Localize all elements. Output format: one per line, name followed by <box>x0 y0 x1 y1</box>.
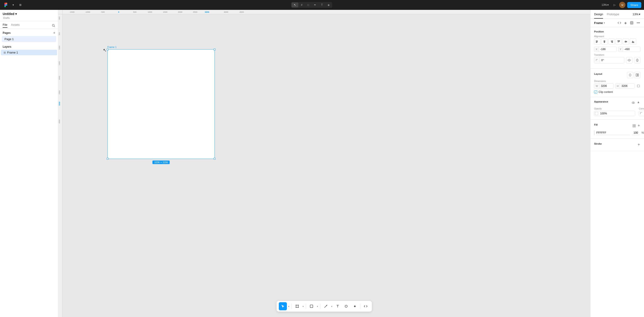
align-center-h-btn[interactable] <box>601 39 608 45</box>
zoom-control[interactable]: 13% ▾ <box>600 3 610 8</box>
menu-button[interactable]: ▾ <box>11 3 16 8</box>
align-right-btn[interactable] <box>608 39 615 45</box>
pen-tool[interactable] <box>322 302 330 310</box>
sidebar-toggle[interactable]: ⊞ <box>18 3 23 8</box>
search-button[interactable] <box>52 24 55 27</box>
angle-icon <box>594 58 600 63</box>
right-tab-actions: 13% ▾ <box>632 13 640 16</box>
canvas-viewport[interactable]: Frame 1 3206 × 3206 ↖ <box>63 14 590 317</box>
select-tool-btn[interactable]: ↖ <box>292 3 298 8</box>
right-zoom-display[interactable]: 13% ▾ <box>632 13 640 16</box>
code-view-btn[interactable] <box>617 21 622 25</box>
mask-btn[interactable] <box>630 21 634 25</box>
more-options-btn[interactable]: ••• <box>636 21 640 25</box>
figma-logo[interactable] <box>3 2 9 8</box>
fill-color-swatch[interactable] <box>594 130 594 135</box>
angle-input[interactable] <box>600 58 624 63</box>
divider-4 <box>360 303 360 309</box>
add-page-button[interactable]: + <box>53 31 55 35</box>
flip-v-btn[interactable] <box>634 57 640 63</box>
zoom-chevron-icon: ▾ <box>607 3 609 7</box>
pen-tool-btn[interactable]: ✒ <box>312 3 318 8</box>
svg-rect-30 <box>625 41 626 43</box>
flip-h-btn[interactable] <box>626 57 632 63</box>
play-button[interactable]: ▷ <box>612 3 617 8</box>
ellipse-tool[interactable] <box>342 302 350 310</box>
shape-tool-btn[interactable]: □ <box>305 3 311 8</box>
position-xy-row: X Y <box>594 47 640 52</box>
top-bar-center: ↖ # □ ✒ T ◈ <box>291 2 332 8</box>
frame-box[interactable]: 3206 × 3206 <box>108 49 215 159</box>
layer-frame1[interactable]: ⊞ Frame 1 <box>1 50 57 55</box>
page-1-item[interactable]: Page 1 <box>2 36 56 42</box>
pen-tool-chevron[interactable]: ▾ <box>330 302 333 310</box>
handle-top-left[interactable] <box>107 49 108 50</box>
fill-title: Fill <box>594 123 598 126</box>
component-btn[interactable]: ◈ <box>624 21 627 25</box>
frame-tool[interactable] <box>293 302 301 310</box>
x-input[interactable] <box>599 47 616 52</box>
handle-bottom-right[interactable] <box>214 158 216 160</box>
align-top-btn[interactable] <box>616 39 622 45</box>
shape-tool-chevron[interactable]: ▾ <box>316 302 319 310</box>
appearance-header: Appearance <box>594 100 640 105</box>
code-tool[interactable] <box>362 302 370 310</box>
svg-rect-19 <box>596 42 598 43</box>
ruler-h-tick-500: -500 <box>101 11 105 13</box>
fill-hex-input[interactable] <box>596 131 630 135</box>
fill-style-btn[interactable] <box>632 123 636 129</box>
shape-tool[interactable] <box>308 302 316 310</box>
handle-top-right[interactable] <box>214 49 216 50</box>
svg-rect-45 <box>633 126 634 127</box>
height-input[interactable] <box>620 84 634 88</box>
align-middle-btn[interactable] <box>623 39 629 45</box>
canvas-area[interactable]: -1500 -1000 -500 0 500 1000 1500 2000 25… <box>58 10 590 317</box>
frame-container[interactable]: Frame 1 3206 × 3206 <box>108 46 215 159</box>
text-tool-btn[interactable]: T <box>319 3 325 8</box>
visibility-btn[interactable] <box>631 101 636 105</box>
layout-title: Layout <box>594 73 602 75</box>
ruler-h-tick-1500: -1500 <box>69 11 74 13</box>
svg-rect-46 <box>634 126 636 127</box>
align-left-btn[interactable] <box>594 39 600 45</box>
svg-rect-31 <box>626 41 627 42</box>
fill-header: Fill + <box>594 123 640 129</box>
project-title[interactable]: Untitled ▾ <box>3 12 55 16</box>
divider-3 <box>320 303 320 309</box>
handle-bottom-left[interactable] <box>107 158 108 160</box>
tab-file[interactable]: File <box>3 23 8 28</box>
tab-design[interactable]: Design <box>594 10 603 19</box>
tab-prototype[interactable]: Prototype <box>607 10 619 19</box>
tab-assets[interactable]: Assets <box>11 23 20 28</box>
component-tool-btn[interactable]: ◈ <box>325 3 332 8</box>
opacity-drop-btn[interactable] <box>636 101 640 105</box>
star-tool[interactable]: ✦ <box>351 302 359 310</box>
layout-expand-btn[interactable] <box>627 72 633 78</box>
ruler-v-tick-500m: -500 <box>58 17 60 20</box>
svg-rect-15 <box>630 22 633 24</box>
frame-tool-btn[interactable]: # <box>299 3 305 8</box>
add-layout-btn[interactable] <box>634 72 640 78</box>
width-input[interactable] <box>600 84 613 88</box>
avatar[interactable]: U <box>619 2 626 8</box>
opacity-input[interactable] <box>599 111 635 116</box>
fill-opacity-input[interactable] <box>632 131 640 135</box>
constrain-proportions-btn[interactable] <box>636 83 640 89</box>
opacity-checkbox[interactable] <box>595 112 598 115</box>
text-tool[interactable] <box>334 302 342 310</box>
frame-tool-chevron[interactable]: ▾ <box>302 302 304 310</box>
svg-rect-43 <box>633 124 634 126</box>
alignment-label: Alignment <box>594 35 640 38</box>
appearance-section: Appearance <box>590 97 644 120</box>
select-tool-chevron[interactable]: ▾ <box>287 302 290 310</box>
add-stroke-btn[interactable]: + <box>637 142 640 148</box>
frame-selector[interactable]: Frame ▾ ◈ ••• <box>590 19 644 27</box>
select-tool[interactable] <box>279 302 287 310</box>
y-input[interactable] <box>623 47 640 52</box>
align-bottom-btn[interactable] <box>630 39 636 45</box>
frame-icons: ◈ ••• <box>617 21 640 25</box>
clip-content-checkbox[interactable]: ✓ <box>594 90 597 94</box>
ruler-v-tick-1500p: 1500 <box>58 61 60 65</box>
add-fill-btn[interactable]: + <box>637 123 640 129</box>
share-button[interactable]: Share <box>627 2 641 8</box>
